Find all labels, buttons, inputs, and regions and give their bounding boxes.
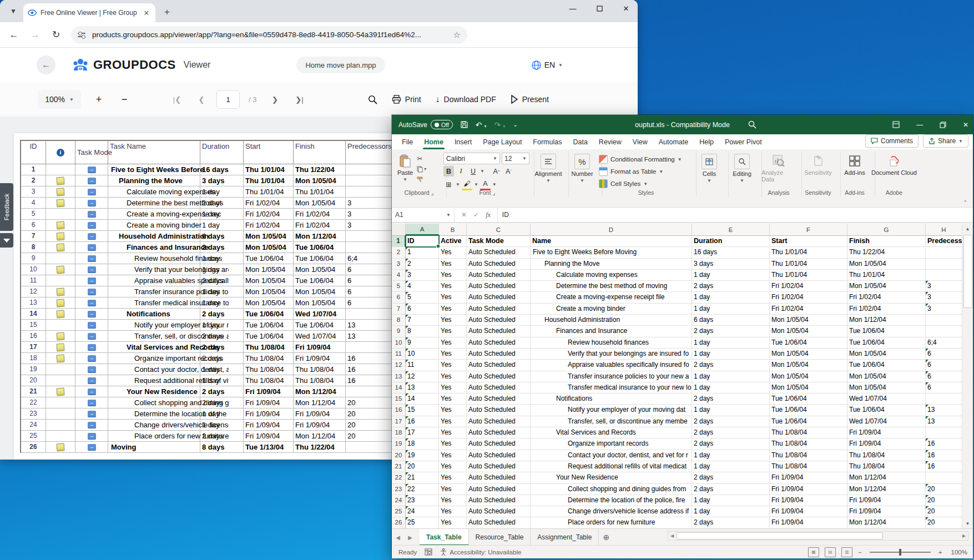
- italic-button[interactable]: I: [456, 166, 466, 176]
- cell-name[interactable]: Transfer medical insurance to your new l…: [531, 382, 692, 393]
- cell-task-mode[interactable]: Auto Scheduled: [467, 304, 531, 315]
- cell-pred[interactable]: 13: [926, 405, 962, 416]
- cell-task-mode[interactable]: Auto Scheduled: [467, 438, 531, 450]
- ribbon-tab-file[interactable]: File: [396, 135, 418, 149]
- cell-finish[interactable]: Fri 1/02/04: [847, 292, 926, 303]
- cell-duration[interactable]: 1 day: [692, 405, 770, 416]
- cell-task-mode[interactable]: Auto Scheduled: [467, 315, 531, 326]
- cell-active[interactable]: Yes: [439, 304, 467, 315]
- cell-finish[interactable]: Thu 1/22/04: [847, 247, 926, 258]
- cell-task-mode[interactable]: Auto Scheduled: [467, 484, 531, 495]
- cell-duration[interactable]: 1 day: [692, 349, 770, 360]
- cell-name[interactable]: Verify that your belongings are insured …: [531, 349, 692, 360]
- column-header-E[interactable]: E: [692, 224, 770, 235]
- cell-id[interactable]: 7: [406, 315, 439, 326]
- page-number-input[interactable]: 1: [216, 90, 240, 109]
- cell-pred[interactable]: [926, 315, 962, 326]
- cell-task-mode[interactable]: Auto Scheduled: [467, 259, 531, 270]
- copy-icon[interactable]: ▾: [417, 165, 426, 173]
- page-layout-view-icon[interactable]: ▤: [825, 547, 836, 557]
- cell-start[interactable]: Mon 1/05/04: [770, 382, 847, 393]
- cell-name[interactable]: Notify your employer of your moving dat: [531, 405, 692, 416]
- cell-start[interactable]: Fri 1/09/04: [770, 506, 847, 517]
- row-number[interactable]: 22: [392, 472, 406, 483]
- cell-active[interactable]: Yes: [439, 281, 467, 292]
- row-number[interactable]: 1: [392, 236, 406, 247]
- row-number[interactable]: 15: [392, 393, 406, 405]
- cell-active[interactable]: Yes: [439, 495, 467, 506]
- cell-finish[interactable]: Mon 1/12/04: [847, 315, 926, 326]
- ribbon-tab-view[interactable]: View: [627, 135, 653, 149]
- row-number[interactable]: 10: [392, 337, 406, 349]
- document-cloud-button[interactable]: Document Cloud: [869, 153, 920, 177]
- cell-name[interactable]: Five to Eight Weeks Before Moving: [531, 247, 692, 258]
- cell-duration[interactable]: 1 day: [692, 461, 770, 472]
- cell-task-mode[interactable]: Auto Scheduled: [467, 405, 531, 416]
- ribbon-tab-review[interactable]: Review: [593, 135, 627, 149]
- cell-start[interactable]: Mon 1/05/04: [770, 326, 847, 337]
- row-number[interactable]: 6: [392, 292, 406, 303]
- cell-pred[interactable]: [926, 472, 962, 483]
- cell-finish[interactable]: Mon 1/05/04: [847, 281, 926, 292]
- row-number[interactable]: 2: [392, 247, 406, 258]
- decrease-font-icon[interactable]: Aˇ: [503, 166, 514, 176]
- cell-active[interactable]: Yes: [439, 315, 467, 326]
- row-number[interactable]: 14: [392, 382, 406, 393]
- cell-id[interactable]: 19: [406, 450, 439, 461]
- sheet-tab-resource_table[interactable]: Resource_Table: [469, 529, 531, 546]
- cell-finish[interactable]: Fri 1/09/04: [847, 427, 926, 438]
- cell-finish[interactable]: Fri 1/09/04: [847, 438, 926, 450]
- print-button[interactable]: Print: [392, 95, 421, 104]
- cell-name[interactable]: Contact your doctor, dentist, and vet fo…: [531, 450, 692, 461]
- header-cell[interactable]: Finish: [847, 236, 926, 247]
- scroll-up-icon[interactable]: ▲: [962, 224, 973, 234]
- viewer-back-button[interactable]: ←: [37, 56, 55, 74]
- cell-finish[interactable]: Wed 1/07/04: [847, 393, 926, 405]
- ribbon-tab-help[interactable]: Help: [694, 135, 719, 149]
- row-number[interactable]: 24: [392, 495, 406, 506]
- feedback-tab[interactable]: Feedback: [0, 183, 13, 231]
- cell-pred[interactable]: 20: [926, 484, 962, 495]
- cell-id[interactable]: 14: [406, 393, 439, 405]
- cell-finish[interactable]: Fri 1/09/04: [847, 495, 926, 506]
- name-box[interactable]: A1 ▼: [392, 208, 455, 222]
- cell-pred[interactable]: 6;4: [926, 337, 962, 349]
- cancel-entry-icon[interactable]: ✕: [461, 211, 467, 219]
- cell-task-mode[interactable]: Auto Scheduled: [467, 247, 531, 258]
- excel-restore-button[interactable]: [940, 122, 946, 128]
- cell-duration[interactable]: 2 days: [692, 438, 770, 450]
- cell-task-mode[interactable]: Auto Scheduled: [467, 281, 531, 292]
- cell-name[interactable]: Determine the best method of moving: [531, 281, 692, 292]
- cell-finish[interactable]: Fri 1/09/04: [847, 506, 926, 517]
- cell-start[interactable]: Fri 1/02/04: [770, 304, 847, 315]
- first-page-button[interactable]: |❮: [168, 90, 186, 109]
- cell-duration[interactable]: 6 days: [692, 315, 770, 326]
- row-number[interactable]: 23: [392, 484, 406, 495]
- cell-start[interactable]: Fri 1/09/04: [770, 517, 847, 528]
- cell-start[interactable]: Thu 1/08/04: [770, 427, 847, 438]
- cell-active[interactable]: Yes: [439, 484, 467, 495]
- cell-id[interactable]: 22: [406, 484, 439, 495]
- cell-duration[interactable]: 2 days: [692, 360, 770, 371]
- cell-finish[interactable]: Fri 1/02/04: [847, 304, 926, 315]
- cell-finish[interactable]: Tue 1/06/04: [847, 360, 926, 371]
- zoom-slider-handle[interactable]: [899, 549, 901, 556]
- cell-id[interactable]: 3: [406, 270, 439, 281]
- horizontal-scroll-thumb[interactable]: [677, 532, 883, 539]
- cell-duration[interactable]: 2 days: [692, 427, 770, 438]
- browser-minimize-button[interactable]: —: [567, 2, 579, 14]
- cell-duration[interactable]: 1 day: [692, 450, 770, 461]
- cell-pred[interactable]: [926, 259, 962, 270]
- insert-function-icon[interactable]: fx: [486, 211, 491, 219]
- cell-start[interactable]: Mon 1/05/04: [770, 315, 847, 326]
- row-number[interactable]: 21: [392, 461, 406, 472]
- cell-active[interactable]: Yes: [439, 382, 467, 393]
- underline-button[interactable]: U: [468, 166, 478, 176]
- zoom-slider[interactable]: [870, 552, 931, 553]
- comments-button[interactable]: Comments: [865, 134, 919, 148]
- cell-task-mode[interactable]: Auto Scheduled: [467, 393, 531, 405]
- save-icon[interactable]: [461, 121, 468, 128]
- cell-id[interactable]: 6: [406, 304, 439, 315]
- cell-active[interactable]: Yes: [439, 337, 467, 349]
- cell-name[interactable]: Transfer, sell, or discontinue any membe: [531, 416, 692, 427]
